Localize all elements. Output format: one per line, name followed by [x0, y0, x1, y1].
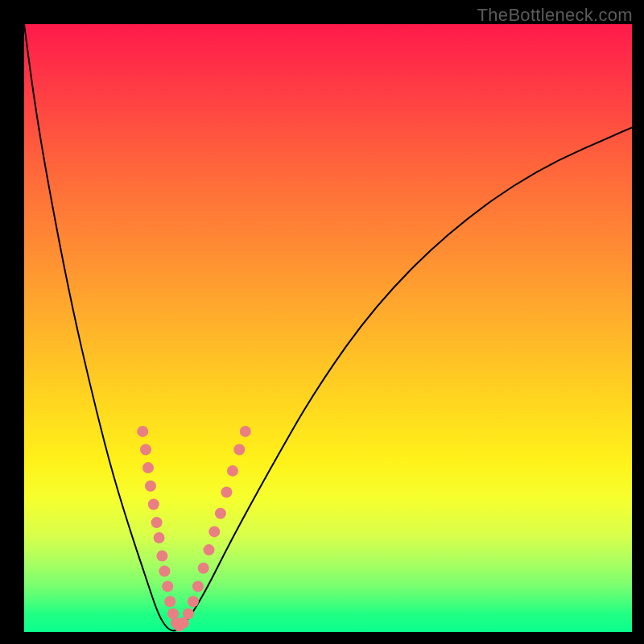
marker-point [188, 596, 199, 607]
marker-point [159, 566, 170, 577]
marker-point [140, 444, 151, 456]
marker-point [162, 580, 173, 592]
bottleneck-curve [24, 24, 632, 630]
marker-point [240, 426, 251, 437]
marker-point [148, 499, 159, 510]
marker-point [198, 563, 209, 574]
chart-svg [24, 24, 632, 632]
marker-point [183, 608, 194, 619]
marker-point [156, 551, 167, 562]
watermark-text: TheBottleneck.com [477, 5, 633, 26]
marker-point [164, 596, 175, 607]
marker-point [151, 517, 163, 528]
marker-point [208, 526, 220, 537]
marker-point [137, 426, 148, 437]
marker-point [221, 486, 232, 497]
chart-frame: TheBottleneck.com [0, 0, 644, 644]
marker-point [142, 462, 154, 473]
marker-point [204, 544, 215, 555]
marker-point [233, 444, 245, 456]
marker-point [215, 508, 226, 519]
marker-point [154, 532, 165, 543]
marker-point [227, 465, 238, 477]
marker-point [145, 481, 156, 492]
marker-point [192, 580, 204, 592]
plot-area [24, 24, 632, 632]
